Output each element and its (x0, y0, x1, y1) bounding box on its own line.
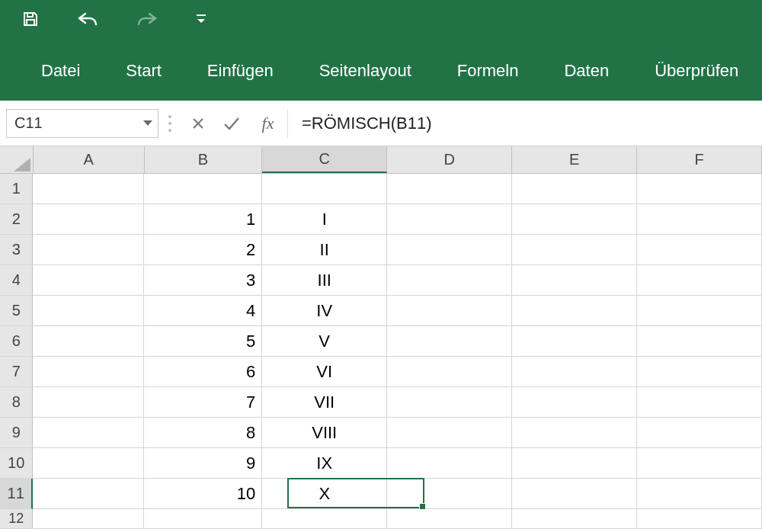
select-all-corner[interactable] (0, 146, 34, 173)
cell-B3[interactable]: 2 (144, 235, 262, 265)
row-header-4[interactable]: 4 (0, 265, 33, 296)
cell-F10[interactable] (637, 448, 762, 479)
cell-D3[interactable] (387, 235, 512, 265)
cell-A3[interactable] (33, 235, 144, 265)
cell-F8[interactable] (637, 387, 762, 418)
cell-C12[interactable] (262, 509, 387, 529)
cell-D9[interactable] (387, 418, 512, 448)
cell-A6[interactable] (33, 326, 144, 357)
cell-A1[interactable] (33, 174, 144, 204)
cell-E7[interactable] (512, 357, 637, 387)
worksheet-grid[interactable]: A B C D E F 1 2 1 I 3 (0, 146, 762, 529)
col-header-F[interactable]: F (637, 146, 762, 173)
cell-D12[interactable] (387, 509, 512, 529)
cell-E3[interactable] (512, 235, 637, 265)
cell-D2[interactable] (387, 204, 512, 235)
cell-F1[interactable] (637, 174, 762, 204)
cell-E9[interactable] (512, 418, 637, 448)
cell-B10[interactable]: 9 (144, 448, 262, 479)
cell-A7[interactable] (33, 357, 144, 387)
row-header-7[interactable]: 7 (0, 357, 33, 387)
cell-C2[interactable]: I (262, 204, 387, 235)
customize-qat-button[interactable] (195, 0, 207, 38)
cell-B12[interactable] (144, 509, 262, 529)
name-box-dropdown[interactable] (142, 120, 153, 127)
cell-D5[interactable] (387, 296, 512, 326)
cell-C9[interactable]: VIII (262, 418, 387, 448)
cell-C11[interactable]: X (262, 479, 387, 509)
cell-B7[interactable]: 6 (144, 357, 262, 387)
cell-C4[interactable]: III (262, 265, 387, 296)
cell-A10[interactable] (33, 448, 144, 479)
tab-daten[interactable]: Daten (541, 44, 632, 101)
cell-C1[interactable] (262, 174, 387, 204)
cell-C7[interactable]: VI (262, 357, 387, 387)
cell-E5[interactable] (512, 296, 637, 326)
cell-E11[interactable] (512, 479, 637, 509)
cell-D6[interactable] (387, 326, 512, 357)
col-header-D[interactable]: D (387, 146, 512, 173)
cell-C8[interactable]: VII (262, 387, 387, 418)
cell-C3[interactable]: II (262, 235, 387, 265)
cell-F12[interactable] (637, 509, 762, 529)
name-box[interactable]: C11 (6, 109, 158, 138)
cancel-formula-button[interactable] (181, 109, 215, 138)
tab-seitenlayout[interactable]: Seitenlayout (296, 44, 434, 101)
cell-F9[interactable] (637, 418, 762, 448)
cell-F6[interactable] (637, 326, 762, 357)
cell-E8[interactable] (512, 387, 637, 418)
cell-D1[interactable] (387, 174, 512, 204)
cell-B11[interactable]: 10 (144, 479, 262, 509)
cell-A4[interactable] (33, 265, 144, 296)
row-header-9[interactable]: 9 (0, 418, 33, 448)
cell-B2[interactable]: 1 (144, 204, 262, 235)
col-header-A[interactable]: A (34, 146, 145, 173)
formula-bar-grip[interactable] (158, 115, 181, 132)
tab-formeln[interactable]: Formeln (434, 44, 542, 101)
cell-F11[interactable] (637, 479, 762, 509)
col-header-E[interactable]: E (512, 146, 637, 173)
cell-A9[interactable] (33, 418, 144, 448)
row-header-8[interactable]: 8 (0, 387, 33, 418)
cell-F3[interactable] (637, 235, 762, 265)
col-header-B[interactable]: B (145, 146, 263, 173)
cell-B8[interactable]: 7 (144, 387, 262, 418)
cell-E2[interactable] (512, 204, 637, 235)
row-header-11[interactable]: 11 (0, 479, 33, 509)
cell-A8[interactable] (33, 387, 144, 418)
cell-E1[interactable] (512, 174, 637, 204)
cell-C10[interactable]: IX (262, 448, 387, 479)
cell-E4[interactable] (512, 265, 637, 296)
cell-D4[interactable] (387, 265, 512, 296)
row-header-2[interactable]: 2 (0, 204, 33, 235)
tab-ueberpruefen[interactable]: Überprüfen (632, 44, 761, 101)
cell-B6[interactable]: 5 (144, 326, 262, 357)
cell-B4[interactable]: 3 (144, 265, 262, 296)
enter-formula-button[interactable] (215, 109, 248, 138)
cell-F4[interactable] (637, 265, 762, 296)
cell-C5[interactable]: IV (262, 296, 387, 326)
cell-B5[interactable]: 4 (144, 296, 262, 326)
redo-button[interactable] (136, 0, 158, 38)
undo-button[interactable] (76, 0, 99, 38)
cell-E6[interactable] (512, 326, 637, 357)
insert-function-button[interactable]: fx (248, 109, 288, 138)
cell-A5[interactable] (33, 296, 144, 326)
tab-start[interactable]: Start (103, 44, 184, 101)
row-header-3[interactable]: 3 (0, 235, 33, 265)
row-header-5[interactable]: 5 (0, 296, 33, 326)
save-button[interactable] (21, 0, 40, 38)
row-header-12[interactable]: 12 (0, 509, 33, 529)
cell-F5[interactable] (637, 296, 762, 326)
cell-B1[interactable] (144, 174, 262, 204)
cell-D8[interactable] (387, 387, 512, 418)
formula-input[interactable] (288, 109, 756, 138)
col-header-C[interactable]: C (262, 146, 387, 173)
row-header-1[interactable]: 1 (0, 174, 33, 204)
cell-D11[interactable] (387, 479, 512, 509)
cell-F2[interactable] (637, 204, 762, 235)
cell-E10[interactable] (512, 448, 637, 479)
cell-E12[interactable] (512, 509, 637, 529)
tab-datei[interactable]: Datei (18, 44, 103, 101)
cell-A12[interactable] (33, 509, 144, 529)
